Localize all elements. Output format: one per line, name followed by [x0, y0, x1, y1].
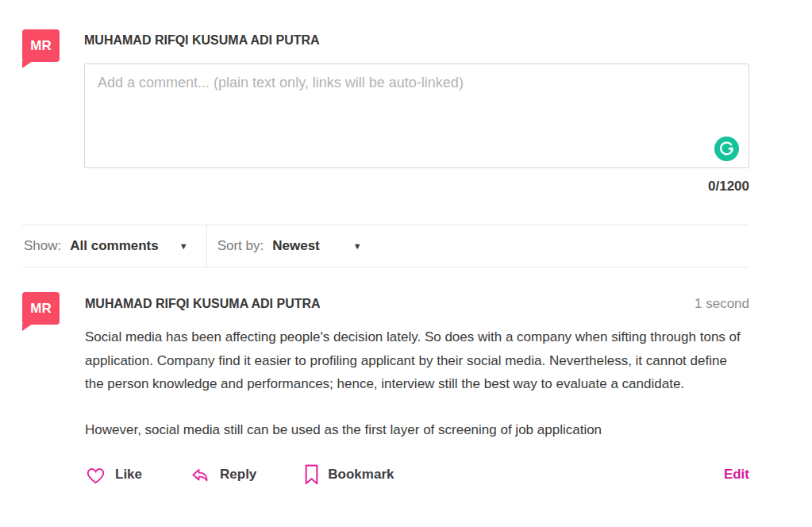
chevron-down-icon: ▼ — [353, 242, 362, 251]
composer-user-name: MUHAMAD RIFQI KUSUMA ADI PUTRA — [84, 29, 749, 48]
heart-icon — [85, 465, 106, 485]
comment-timestamp: 1 second — [695, 296, 749, 312]
sort-filter-label: Sort by: — [217, 238, 264, 254]
avatar: MR — [22, 292, 60, 325]
show-filter-label: Show: — [24, 238, 61, 254]
edit-link[interactable]: Edit — [724, 467, 749, 483]
sort-filter-value: Newest — [272, 238, 320, 254]
avatar-initials: MR — [30, 301, 51, 317]
bookmark-label: Bookmark — [328, 467, 394, 483]
bookmark-icon — [304, 464, 319, 485]
comment-header: MUHAMAD RIFQI KUSUMA ADI PUTRA 1 second — [85, 292, 749, 312]
reply-label: Reply — [220, 467, 256, 483]
comment-item: MR MUHAMAD RIFQI KUSUMA ADI PUTRA 1 seco… — [22, 292, 749, 485]
char-counter: 0/1200 — [84, 179, 749, 194]
comment-input[interactable] — [84, 63, 749, 168]
avatar: MR — [22, 29, 60, 62]
show-filter-dropdown[interactable]: Show: All comments ▼ — [24, 238, 188, 254]
comment-author: MUHAMAD RIFQI KUSUMA ADI PUTRA — [85, 297, 321, 311]
chevron-down-icon: ▼ — [179, 242, 188, 251]
reply-arrow-icon — [190, 465, 211, 484]
show-filter-value: All comments — [70, 238, 158, 254]
reply-button[interactable]: Reply — [190, 465, 256, 484]
filter-divider — [206, 225, 207, 267]
sort-filter-dropdown[interactable]: Sort by: Newest ▼ — [217, 238, 362, 254]
comment-composer: MR MUHAMAD RIFQI KUSUMA ADI PUTRA 0/1200 — [0, 0, 812, 194]
grammarly-icon[interactable] — [714, 137, 739, 161]
comment-actions: Like Reply Bookmark Edit — [85, 464, 749, 485]
like-label: Like — [115, 467, 142, 483]
comment-paragraph: Social media has been affecting people's… — [85, 325, 749, 396]
comment-paragraph: However, social media still can be used … — [85, 418, 749, 442]
filter-bar: Show: All comments ▼ Sort by: Newest ▼ — [22, 225, 749, 267]
avatar-initials: MR — [30, 38, 51, 54]
bookmark-button[interactable]: Bookmark — [304, 464, 394, 485]
comment-body: Social media has been affecting people's… — [85, 325, 749, 441]
like-button[interactable]: Like — [85, 465, 142, 485]
